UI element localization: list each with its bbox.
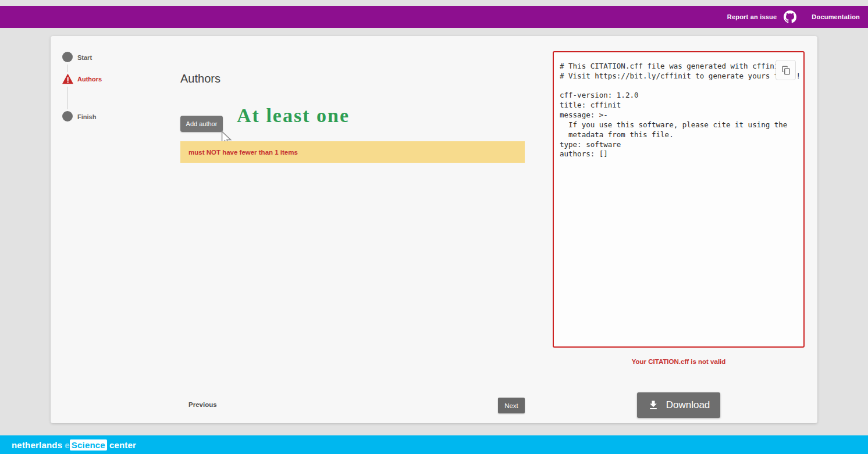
step-start-circle[interactable] [62, 52, 73, 62]
citation-preview-panel: # This CITATION.cff file was generated w… [553, 51, 805, 348]
previous-button[interactable]: Previous [188, 401, 217, 408]
stepper-connector [67, 87, 67, 109]
logo-suffix: center [109, 440, 136, 450]
validation-warning-text: must NOT have fewer than 1 items [188, 149, 298, 156]
report-issue-link[interactable]: Report an issue [727, 13, 777, 20]
validation-warning-bar: must NOT have fewer than 1 items [180, 141, 525, 163]
stepper-connector [67, 65, 67, 72]
download-button-label: Download [666, 399, 710, 411]
step-authors-label[interactable]: Authors [77, 76, 102, 83]
download-icon [648, 399, 659, 411]
citation-code[interactable]: # This CITATION.cff file was generated w… [560, 62, 803, 159]
documentation-link[interactable]: Documentation [812, 13, 860, 20]
footer-bar: netherlandseSciencecenter [0, 435, 868, 454]
warning-triangle-icon[interactable] [62, 73, 74, 84]
copy-icon [781, 65, 791, 76]
main-card: Start Authors Finish Authors Add author … [51, 36, 817, 423]
top-navigation-bar: Report an issue Documentation [0, 6, 868, 28]
invalid-message: Your CITATION.cff is not valid [553, 358, 805, 365]
logo-e: e [65, 440, 70, 450]
logo-prefix: netherlands [12, 440, 62, 450]
copy-button[interactable] [775, 60, 796, 80]
step-finish-label[interactable]: Finish [77, 113, 96, 120]
download-button[interactable]: Download [637, 392, 720, 418]
escience-center-logo: netherlandseSciencecenter [12, 440, 136, 450]
logo-highlight: Science [70, 439, 107, 451]
step-finish-circle[interactable] [62, 111, 73, 121]
add-author-button[interactable]: Add author [180, 116, 223, 132]
page-title: Authors [180, 72, 220, 85]
annotation-text: At least one [237, 105, 350, 127]
github-icon[interactable] [784, 10, 796, 23]
next-button[interactable]: Next [498, 398, 525, 413]
step-start-label[interactable]: Start [77, 54, 92, 61]
